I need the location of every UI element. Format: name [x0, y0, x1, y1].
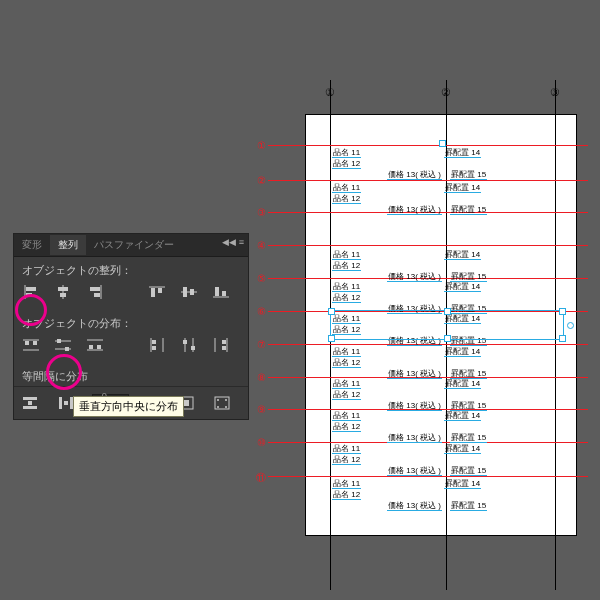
svg-point-54 [217, 406, 219, 408]
svg-rect-37 [191, 346, 195, 350]
svg-rect-5 [60, 293, 66, 297]
row-num-5: ⑤ [254, 273, 268, 284]
align-top-button[interactable] [146, 282, 168, 302]
svg-rect-44 [28, 401, 32, 405]
svg-rect-1 [26, 287, 36, 291]
align-panel: 変形 整列 パスファインダー ◀◀ ≡ オブジェクトの整列： オブジェクトの分布… [13, 233, 249, 420]
label-spacing: 等間隔に分布 [14, 363, 248, 386]
align-right-button[interactable] [84, 282, 106, 302]
svg-rect-20 [25, 341, 29, 345]
svg-point-55 [225, 406, 227, 408]
svg-rect-16 [215, 287, 219, 296]
text-block[interactable]: 品名 11罫配置 14品名 12価格 13( 税込 )罫配置 15 [332, 182, 560, 215]
text-block[interactable]: 品名 11罫配置 14品名 12価格 13( 税込 )罫配置 15 [332, 378, 560, 411]
svg-rect-11 [158, 288, 162, 293]
svg-rect-10 [151, 288, 155, 297]
text-block[interactable]: 品名 11罫配置 14品名 12価格 13( 税込 )罫配置 15 [332, 249, 560, 282]
row-guide-1 [268, 145, 588, 146]
dist-right-button[interactable] [210, 335, 232, 355]
tooltip: 垂直方向中央に分布 [73, 396, 184, 417]
svg-rect-41 [222, 346, 226, 350]
svg-rect-17 [222, 291, 226, 296]
row-num-1: ① [254, 140, 268, 151]
svg-rect-42 [23, 397, 37, 400]
svg-rect-13 [183, 287, 187, 297]
row-num-9: ⑨ [254, 404, 268, 415]
svg-rect-2 [26, 293, 32, 297]
svg-rect-32 [152, 340, 156, 344]
col-num-1: ① [323, 86, 337, 99]
row-num-3: ③ [254, 207, 268, 218]
text-block[interactable]: 品名 11罫配置 14品名 12価格 13( 税込 )罫配置 15 [332, 346, 560, 379]
dist-top-button[interactable] [20, 335, 42, 355]
row-num-2: ② [254, 175, 268, 186]
space-v-button[interactable] [20, 393, 40, 413]
svg-rect-14 [190, 289, 194, 295]
col-num-2: ② [439, 86, 453, 99]
svg-rect-28 [89, 345, 93, 349]
label-dist: オブジェクトの分布： [14, 310, 248, 333]
row-guide-4 [268, 245, 588, 246]
svg-rect-45 [59, 397, 62, 409]
svg-rect-43 [23, 406, 37, 409]
dist-hcenter-button[interactable] [178, 335, 200, 355]
align-bottom-button[interactable] [210, 282, 232, 302]
align-vcenter-button[interactable] [178, 282, 200, 302]
text-block[interactable]: 品名 11罫配置 14品名 12価格 13( 税込 )罫配置 15 [332, 147, 560, 180]
align-left-button[interactable] [20, 282, 42, 302]
dist-bottom-button[interactable] [84, 335, 106, 355]
text-block[interactable]: 品名 11罫配置 14品名 12価格 13( 税込 )罫配置 15 [332, 478, 560, 511]
svg-point-53 [225, 399, 227, 401]
dist-left-button[interactable] [146, 335, 168, 355]
panel-menu-icon[interactable]: ◀◀ ≡ [222, 237, 244, 247]
svg-rect-7 [90, 287, 100, 291]
svg-rect-36 [183, 340, 187, 344]
svg-rect-33 [152, 346, 156, 350]
top-selection-handle [439, 140, 446, 147]
align-hcenter-button[interactable] [52, 282, 74, 302]
svg-rect-40 [222, 340, 226, 344]
row-num-11: ⑪ [254, 471, 268, 485]
svg-rect-29 [97, 345, 101, 349]
svg-rect-25 [65, 347, 69, 351]
tab-pathfinder[interactable]: パスファインダー [86, 235, 182, 255]
align-to-artboard-button[interactable] [212, 393, 232, 413]
row-guide-11 [268, 476, 588, 477]
row-num-6: ⑥ [254, 306, 268, 317]
selection-box[interactable] [330, 310, 564, 340]
svg-rect-50 [183, 400, 189, 406]
row-num-8: ⑧ [254, 372, 268, 383]
tab-transform[interactable]: 変形 [14, 235, 50, 255]
col-num-3: ③ [548, 86, 562, 99]
row-num-10: ⑩ [254, 437, 268, 448]
row-guide-2 [268, 180, 588, 181]
svg-rect-47 [64, 401, 68, 405]
row-num-7: ⑦ [254, 339, 268, 350]
svg-rect-24 [57, 339, 61, 343]
dist-vcenter-button[interactable] [52, 335, 74, 355]
label-align: オブジェクトの整列： [14, 257, 248, 280]
text-block[interactable]: 品名 11罫配置 14品名 12価格 13( 税込 )罫配置 15 [332, 443, 560, 476]
svg-point-52 [217, 399, 219, 401]
svg-rect-8 [94, 293, 100, 297]
tab-align[interactable]: 整列 [50, 235, 86, 255]
text-block[interactable]: 品名 11罫配置 14品名 12価格 13( 税込 )罫配置 15 [332, 410, 560, 443]
svg-rect-21 [33, 341, 37, 345]
svg-rect-4 [58, 287, 68, 291]
row-num-4: ④ [254, 240, 268, 251]
